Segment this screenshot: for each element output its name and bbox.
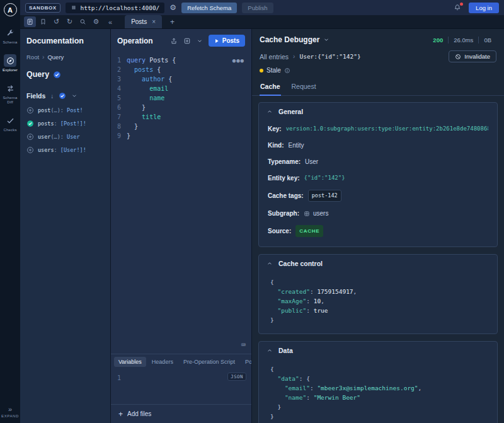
- type-name: Query: [26, 70, 49, 79]
- left-rail: A SchemaExplorerSchema DiffChecks » EXPA…: [0, 0, 20, 423]
- operation-title: Operation: [117, 37, 153, 45]
- cache-tab-cache[interactable]: Cache: [260, 79, 281, 96]
- new-tab-button[interactable]: +: [168, 18, 177, 26]
- expand-field-icon[interactable]: [26, 133, 34, 141]
- general-row: Source:CACHE: [268, 225, 488, 237]
- general-rows: Key:version:1.0:subgraph:users:type:User…: [259, 120, 497, 246]
- line-number: 4: [111, 84, 127, 93]
- general-section-header[interactable]: General: [259, 103, 497, 120]
- tab-variables[interactable]: Variables: [114, 357, 146, 367]
- rail-item-checks[interactable]: Checks: [1, 112, 20, 134]
- chevron-up-icon: [266, 347, 273, 354]
- selected-check-icon[interactable]: [26, 120, 34, 127]
- data-section-header[interactable]: Data: [259, 342, 497, 359]
- connection-settings-gear-icon[interactable]: ⚙: [169, 4, 176, 11]
- general-row: Kind:Entity: [268, 141, 488, 150]
- field-signature: post(…): Post!: [38, 107, 83, 113]
- cache-control-json: { "created": 1759154917, "maxAge": 10, "…: [268, 276, 488, 326]
- refetch-schema-button[interactable]: Refetch Schema: [181, 3, 237, 13]
- line-number: 9: [111, 131, 127, 141]
- filter-selected-icon[interactable]: [59, 92, 66, 100]
- tab-posts[interactable]: Posts ×: [125, 15, 162, 28]
- tab-posts-label: Posts: [131, 18, 147, 25]
- field-item-post[interactable]: post(…): Post!: [26, 107, 104, 114]
- invalidate-button[interactable]: Invalidate: [449, 50, 496, 62]
- field-item-users[interactable]: users: [User!]!: [26, 146, 104, 154]
- rail-item-schema[interactable]: Schema: [1, 24, 20, 47]
- sort-fields-icon[interactable]: ↓: [50, 93, 54, 100]
- save-to-collection-icon[interactable]: [183, 37, 191, 45]
- general-row-label: Typename:: [268, 157, 301, 166]
- line-number: 2: [111, 65, 127, 74]
- schema-icon: [4, 26, 16, 39]
- subgraph-icon: [304, 211, 310, 217]
- cache-control-section-header[interactable]: Cache control: [259, 255, 497, 272]
- field-signature: users: [User!]!: [38, 147, 86, 153]
- collapse-panel-icon[interactable]: «: [106, 18, 114, 26]
- run-operation-button[interactable]: Posts: [209, 35, 245, 47]
- share-operation-icon[interactable]: [170, 37, 178, 45]
- variables-editor[interactable]: 1 JSON: [111, 369, 251, 404]
- bookmark-icon[interactable]: [37, 16, 49, 27]
- apollo-logo[interactable]: A: [4, 3, 17, 16]
- chevron-up-icon: [266, 108, 273, 115]
- general-row-label: Source:: [268, 226, 291, 236]
- general-row-value: User: [305, 157, 318, 166]
- rail-item-schema-diff[interactable]: Schema Diff: [1, 79, 20, 107]
- editor-menu-icon[interactable]: ●●●: [232, 56, 244, 66]
- line-number: 6: [111, 103, 127, 112]
- notifications-bell-icon[interactable]: [454, 4, 461, 11]
- stale-info-icon[interactable]: [284, 67, 290, 74]
- publish-button[interactable]: Publish: [242, 3, 273, 13]
- general-row-value: users: [313, 209, 328, 218]
- keyboard-shortcuts-icon[interactable]: ⌨: [241, 340, 246, 350]
- settings-gear-icon[interactable]: ⚙: [90, 16, 102, 27]
- operation-header: Operation Posts: [111, 29, 251, 51]
- general-row: Key:version:1.0:subgraph:users:type:User…: [268, 124, 488, 134]
- search-icon[interactable]: [77, 16, 89, 27]
- panel-select-chevron-icon[interactable]: [323, 37, 329, 43]
- cache-debugger-title[interactable]: Cache Debugger: [260, 35, 319, 44]
- general-row-label: Kind:: [268, 141, 284, 150]
- response-size: 0B: [478, 37, 496, 43]
- rail-item-explorer[interactable]: Explorer: [1, 52, 20, 74]
- all-entries-link[interactable]: All entries: [260, 53, 289, 61]
- cache-tab-request[interactable]: Request: [291, 79, 317, 96]
- cache-detail-scroll[interactable]: General Key:version:1.0:subgraph:users:t…: [252, 96, 504, 423]
- add-files-button[interactable]: + Add files: [111, 404, 251, 423]
- stale-status-row: Stale: [252, 64, 504, 79]
- data-section: Data { "data": { "email": "mbeer3x@simpl…: [258, 341, 498, 423]
- redo-icon[interactable]: ↻: [64, 16, 76, 27]
- expand-rail-button[interactable]: » EXPAND: [1, 406, 19, 418]
- json-format-badge: JSON: [227, 373, 246, 381]
- code-line: 1query Posts {: [111, 55, 251, 65]
- field-item-posts[interactable]: posts: [Post!]!: [26, 120, 104, 127]
- expand-field-icon[interactable]: [26, 146, 34, 154]
- invalidate-slash-icon: [455, 54, 461, 60]
- login-button[interactable]: Log in: [469, 3, 499, 13]
- endpoint-url-text: http://localhost:4000/: [81, 4, 160, 11]
- general-row-value: version:1.0:subgraph:users:type:User:ent…: [286, 124, 488, 134]
- fields-chevron-down-icon[interactable]: [71, 93, 77, 99]
- run-options-chevron-icon[interactable]: [197, 38, 203, 44]
- add-files-label: Add files: [127, 410, 151, 417]
- response-metrics: 200 26.0ms 0B: [428, 37, 496, 43]
- operations-panel-icon[interactable]: [24, 16, 36, 27]
- endpoint-bars-icon: [71, 4, 77, 11]
- tab-pre-operation-script[interactable]: Pre-Operation Script: [179, 357, 239, 367]
- endpoint-url-input[interactable]: http://localhost:4000/: [66, 3, 165, 13]
- query-editor[interactable]: ●●● ⌨ 1query Posts {2 posts {3 author {4…: [111, 51, 251, 354]
- expand-field-icon[interactable]: [26, 107, 34, 114]
- close-tab-icon[interactable]: ×: [152, 18, 156, 25]
- tab-headers[interactable]: Headers: [147, 357, 178, 367]
- code-line: 2 posts {: [111, 65, 251, 74]
- data-section-title: Data: [278, 347, 293, 354]
- run-button-label: Posts: [222, 37, 239, 44]
- field-item-user[interactable]: user(…): User: [26, 133, 104, 141]
- expand-chevrons-icon: »: [8, 406, 12, 412]
- line-number: 8: [111, 122, 127, 131]
- breadcrumb-root-link[interactable]: Root: [26, 54, 39, 61]
- tab-post-operation-script[interactable]: Post-Operation Script: [241, 357, 251, 367]
- undo-icon[interactable]: ↺: [50, 16, 62, 27]
- code-line: 6 }: [111, 103, 251, 112]
